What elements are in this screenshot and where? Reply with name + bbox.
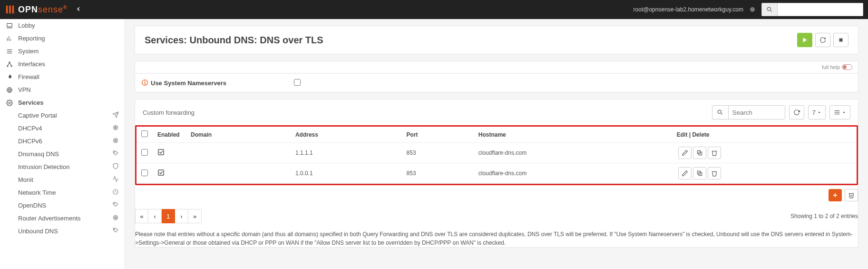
table-footer-actions — [135, 185, 858, 205]
table-search-icon[interactable] — [712, 105, 728, 120]
sidebar-subitem-dhcpv4[interactable]: DHCPv4 — [0, 122, 125, 135]
delete-row-button[interactable] — [708, 167, 721, 179]
sidebar-subitem-dnsmasq-dns[interactable]: Dnsmasq DNS — [0, 148, 125, 160]
columns-toggle-button[interactable] — [829, 105, 850, 120]
cell-domain — [186, 143, 291, 163]
page-button[interactable]: ‹ — [148, 209, 162, 223]
brand-text: OPNsense® — [18, 5, 67, 15]
sidebar-item-label: Lobby — [18, 22, 35, 29]
sidebar-subitem-monit[interactable]: Monit — [0, 173, 125, 186]
page-size-value: 7 — [812, 109, 816, 116]
svg-point-27 — [114, 203, 115, 204]
clone-row-button[interactable] — [693, 167, 706, 179]
sidebar-item-label: Unbound DNS — [18, 228, 58, 235]
list-icon — [6, 48, 13, 55]
info-icon[interactable]: ⓘ — [142, 79, 148, 87]
add-row-button[interactable] — [829, 189, 842, 201]
table-header-row: Enabled Domain Address Port Hostname Edi… — [137, 127, 857, 143]
main-content: Services: Unbound DNS: DNS over TLS full… — [125, 19, 868, 269]
select-all-checkbox[interactable] — [141, 130, 148, 137]
sidebar-item-label: Dnsmasq DNS — [18, 150, 59, 158]
full-help-toggle[interactable]: full help — [822, 64, 852, 70]
global-search-input[interactable] — [778, 3, 863, 16]
svg-point-30 — [115, 217, 116, 218]
edit-row-button[interactable] — [678, 167, 692, 179]
sidebar-item-system[interactable]: System — [0, 45, 125, 58]
sidebar-item-vpn[interactable]: VPN — [0, 83, 125, 96]
svg-point-18 — [9, 102, 10, 104]
page-size-dropdown[interactable]: 7 — [808, 105, 826, 120]
sidebar-subitem-captive-portal[interactable]: Captive Portal — [0, 109, 125, 122]
full-help-label: full help — [822, 64, 840, 70]
svg-rect-0 — [6, 6, 8, 14]
gear-icon — [6, 100, 13, 106]
showing-label: Showing 1 to 2 of 2 entries — [790, 213, 858, 219]
sidebar-item-label: Reporting — [18, 35, 45, 42]
sidebar-item-reporting[interactable]: Reporting — [0, 32, 125, 45]
sidebar-item-label: Captive Portal — [18, 112, 57, 119]
sidebar-item-interfaces[interactable]: Interfaces — [0, 58, 125, 70]
col-editdelete: Edit | Delete — [672, 127, 857, 143]
sidebar-item-label: Interfaces — [18, 60, 45, 68]
refresh-button[interactable] — [815, 33, 830, 47]
svg-rect-33 — [839, 39, 843, 42]
sidebar-subitem-network-time[interactable]: Network Time — [0, 186, 125, 199]
svg-marker-32 — [803, 38, 807, 42]
network-icon — [6, 61, 13, 68]
sidebar-toggle-icon[interactable] — [75, 5, 82, 15]
page-button[interactable]: › — [175, 209, 188, 223]
svg-marker-36 — [818, 112, 820, 113]
search-icon[interactable] — [761, 3, 778, 16]
sidebar-item-label: Monit — [18, 176, 33, 183]
delete-selected-button[interactable] — [845, 189, 858, 201]
delete-row-button[interactable] — [708, 147, 721, 159]
sidebar-subitem-unbound-dns[interactable]: Unbound DNS — [0, 225, 125, 238]
shield-icon — [112, 163, 119, 171]
table-refresh-button[interactable] — [789, 105, 804, 120]
cell-hostname: cloudflare-dns.com — [474, 163, 672, 184]
sidebar-item-label: DHCPv4 — [18, 125, 42, 132]
cell-port: 853 — [402, 143, 474, 163]
sidebar-item-firewall[interactable]: Firewall — [0, 70, 125, 83]
sidebar-item-label: DHCPv6 — [18, 138, 42, 145]
page-button[interactable]: « — [135, 209, 148, 223]
sidebar-subitem-intrusion-detection[interactable]: Intrusion Detection — [0, 160, 125, 173]
fire-icon — [6, 74, 13, 80]
edit-row-button[interactable] — [678, 147, 692, 159]
clone-row-button[interactable] — [693, 147, 706, 159]
sidebar-item-label: Intrusion Detection — [18, 163, 69, 170]
page-button[interactable]: » — [188, 209, 202, 223]
sidebar-item-services[interactable]: Services — [0, 96, 125, 109]
sidebar-subitem-opendns[interactable]: OpenDNS — [0, 199, 125, 212]
sidebar-item-label: OpenDNS — [18, 202, 46, 209]
global-search — [761, 3, 863, 16]
clock-icon — [112, 189, 119, 197]
topbar: OPNsense® root@opnsense-lab2.homenetwork… — [0, 0, 868, 19]
row-select-checkbox[interactable] — [141, 169, 148, 176]
table-search — [712, 105, 785, 120]
svg-point-3 — [767, 7, 770, 10]
col-address: Address — [291, 127, 402, 143]
use-system-nameservers-checkbox[interactable] — [294, 79, 301, 86]
stop-button[interactable] — [833, 33, 848, 47]
sidebar-item-lobby[interactable]: Lobby — [0, 19, 125, 32]
table-row: 1.1.1.1853cloudflare-dns.com — [137, 143, 857, 163]
page-title: Services: Unbound DNS: DNS over TLS — [145, 35, 323, 46]
brand-logo[interactable]: OPNsense® — [5, 4, 67, 15]
sidebar-item-label: Firewall — [18, 73, 39, 80]
pagination: «‹1›» — [135, 209, 202, 223]
globe-icon — [6, 87, 13, 93]
enabled-check-icon — [157, 169, 165, 178]
play-button[interactable] — [797, 33, 812, 47]
row-select-checkbox[interactable] — [141, 149, 148, 156]
custom-forwarding-title: Custom forwarding — [143, 109, 195, 116]
table-search-input[interactable] — [728, 105, 785, 120]
sidebar-subitem-dhcpv6[interactable]: DHCPv6 — [0, 135, 125, 148]
page-button[interactable]: 1 — [162, 209, 175, 223]
svg-point-31 — [114, 229, 115, 229]
settings-panel: full help ⓘ Use System Nameservers — [135, 61, 858, 92]
sidebar-item-label: System — [18, 48, 39, 55]
enabled-check-icon — [157, 149, 165, 157]
sidebar-subitem-router-advertisements[interactable]: Router Advertisements — [0, 212, 125, 225]
svg-point-34 — [718, 110, 721, 113]
